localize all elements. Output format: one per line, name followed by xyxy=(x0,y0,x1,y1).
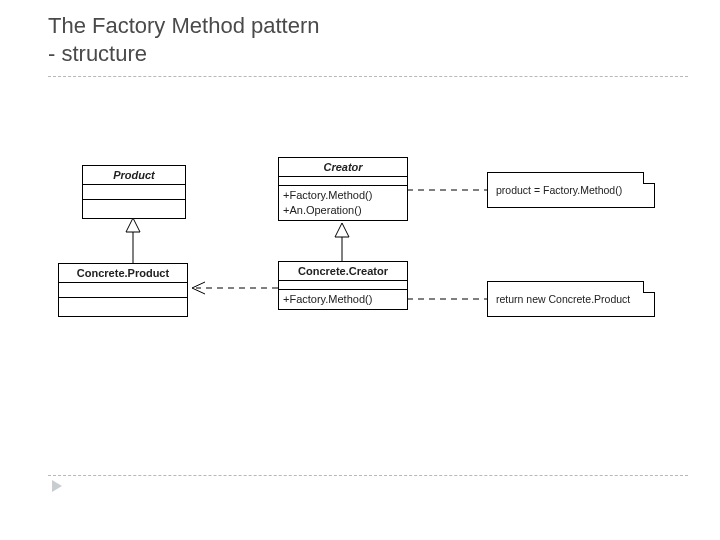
uml-diagram: Product Concrete.Product Creator +Factor… xyxy=(0,0,720,540)
triangle-icon xyxy=(126,218,140,232)
triangle-icon xyxy=(335,223,349,237)
connectors xyxy=(0,0,720,540)
